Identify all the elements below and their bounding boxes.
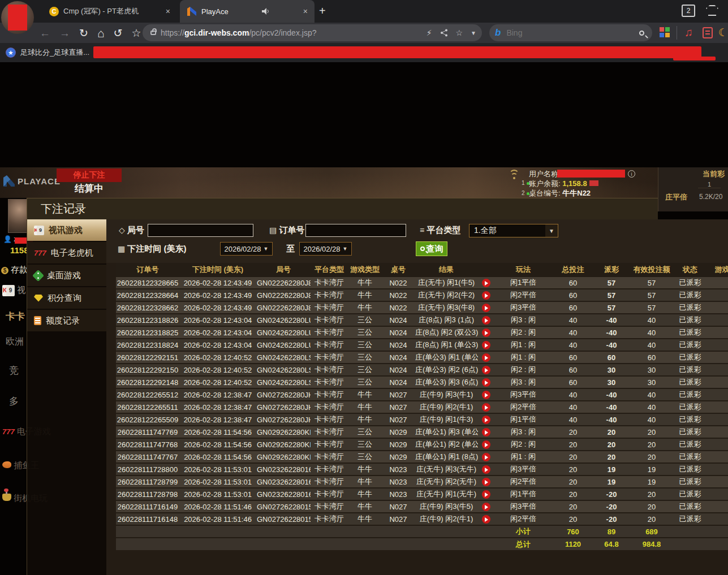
apps-grid-icon[interactable] [660,27,670,37]
replay-button[interactable] [482,403,490,412]
browser-profile-avatar[interactable] [1,1,34,34]
cell-status: 已派彩 [674,413,707,426]
replay-button[interactable] [482,478,490,486]
cell-valid-bet: 20 [630,513,674,525]
search-box[interactable]: b [489,24,652,41]
search-input[interactable] [505,28,639,38]
sidebar-item-live-games[interactable]: K♥9 视讯游戏 [27,219,115,241]
new-tab-button[interactable]: + [319,5,326,18]
search-button[interactable]: 查询 [416,241,447,256]
skin-icon[interactable] [706,5,718,16]
sidebar-item-credit-log[interactable]: 额度记录 [27,310,107,331]
flash-icon[interactable]: ⚡ [427,28,432,37]
date-from-picker[interactable]: 2026/02/28▼ [220,242,273,256]
chevron-down-icon[interactable]: ▼ [471,30,476,36]
info-icon[interactable]: i [628,170,635,178]
tab-count-badge[interactable]: 2 [682,5,695,17]
replay-button[interactable] [482,440,490,449]
star-icon[interactable]: ☆ [456,28,463,37]
pdf-icon[interactable] [703,27,713,38]
tab-playace[interactable]: PlayAce × [180,0,315,23]
bet-record-row: 2602281223286652026-02-28 12:43:49GN0222… [116,276,728,289]
cell-status: 已派彩 [674,351,707,364]
round-input[interactable] [148,224,253,236]
order-input[interactable] [306,224,406,236]
cell-payout: 30 [593,376,630,388]
replay-button[interactable] [482,416,490,424]
replay-button[interactable] [482,328,490,337]
sidebar-item-table-games[interactable]: 桌面游戏 [27,265,107,286]
tab1-close-icon[interactable]: × [166,7,170,16]
cell-total-bet: 20 [553,426,593,438]
cell-play-method: 闲2平倍 [494,401,553,413]
replay-button[interactable] [482,453,490,461]
cell-game-type: 三公 [348,364,382,376]
cell-total-bet: 60 [553,376,593,388]
platform-select[interactable]: 1.全部 ▼ [469,224,558,237]
home-icon[interactable]: ⌂ [97,27,105,39]
cell-table-no: N027 [382,401,415,413]
round-filter-label: ◇局号 [119,225,144,236]
replay-button[interactable] [482,503,490,511]
cell-status: 已派彩 [674,364,707,376]
replay-button[interactable] [482,316,490,325]
replay-button[interactable] [482,465,490,474]
column-header: 游戏类型 [348,263,382,276]
tab-slots[interactable]: C Cmp (冠军) - PT老虎机 × [42,0,177,23]
night-mode-icon[interactable]: ☾ [718,26,728,39]
column-header: 订单号 [116,263,179,276]
cell-payout: -40 [593,314,630,326]
cell-platform: 卡卡湾厅 [311,475,348,488]
url-text[interactable]: https://gci.dir-webs.com/pc/pcv2/index.j… [161,28,316,37]
cell-game-extra [707,276,728,289]
date-to-picker[interactable]: 2026/02/28▼ [299,242,352,256]
search-magnifier-icon[interactable] [639,31,644,36]
replay-button[interactable] [482,353,490,362]
replay-button[interactable] [482,515,490,524]
replay-button[interactable] [482,304,490,312]
cell-play-method: 闲2 : 闲 [494,438,553,451]
share-icon[interactable] [440,29,448,37]
cell-bet-time: 2026-02-28 11:51:46 [179,500,256,513]
replay-button[interactable] [482,279,490,287]
cell-bet-time: 2026-02-28 12:40:52 [179,351,256,364]
music-icon[interactable]: ♫ [684,26,693,39]
cell-game-type: 牛牛 [348,413,382,426]
address-bar[interactable]: https://gci.dir-webs.com/pc/pcv2/index.j… [143,24,482,41]
cell-valid-bet: 30 [630,364,674,376]
cell-result: 庄(无牛) 闲1(无牛) [415,488,478,500]
forward-icon[interactable]: → [59,28,70,38]
cell-empty [116,538,179,550]
replay-button[interactable] [482,490,490,499]
tab2-close-icon[interactable]: × [303,7,308,16]
back-icon[interactable]: ← [40,28,50,38]
bookmark-item[interactable]: 足球比分_足球直播... [20,47,89,58]
favorite-icon[interactable]: ☆ [132,28,141,38]
cards-icon: K♥9 [34,225,44,236]
replay-button[interactable] [482,428,490,436]
cell-empty [311,525,348,538]
to-label: 至 [286,244,295,254]
replay-button[interactable] [482,291,490,300]
cell-table-no: N024 [382,364,415,376]
refresh-icon[interactable]: ↻ [79,28,88,38]
cell-payout: -20 [593,500,630,513]
cell-valid-bet: 57 [630,276,674,289]
cell-total-bet: 40 [553,413,593,426]
sidebar-item-slots[interactable]: 777 电子老虎机 [27,242,107,263]
replay-button[interactable] [482,366,490,374]
tab-audio-icon[interactable] [262,8,270,15]
sidebar-item-points[interactable]: 积分查询 [27,287,107,309]
cell-platform: 卡卡湾厅 [311,276,348,289]
replay-button[interactable] [482,341,490,349]
cell-platform: 卡卡湾厅 [311,463,348,475]
bookmark-redaction [93,46,701,58]
column-header: 有效投注额 [630,263,674,276]
replay-button[interactable] [482,391,490,399]
undo-icon[interactable]: ↺ [114,28,123,38]
replay-button[interactable] [482,378,490,387]
cell-platform: 卡卡湾厅 [311,364,348,376]
cell-platform: 卡卡湾厅 [311,451,348,463]
cell-valid-bet: 57 [630,289,674,301]
column-header: 下注时间 (美东) [179,263,256,276]
